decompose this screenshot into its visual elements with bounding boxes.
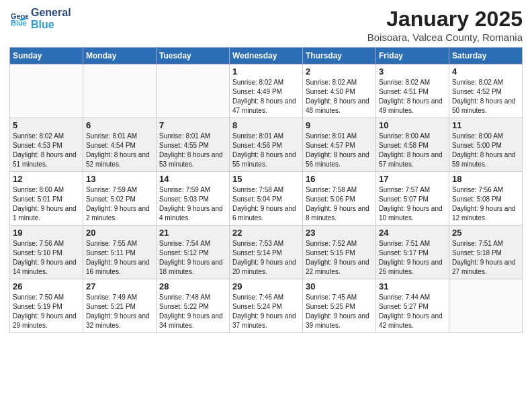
day-cell: 20Sunrise: 7:55 AM Sunset: 5:11 PM Dayli…: [83, 226, 157, 279]
svg-text:Blue: Blue: [11, 19, 27, 27]
day-number: 15: [232, 174, 300, 184]
day-cell: 31Sunrise: 7:44 AM Sunset: 5:27 PM Dayli…: [376, 279, 449, 333]
day-cell: 24Sunrise: 7:51 AM Sunset: 5:17 PM Dayli…: [376, 226, 449, 279]
month-title: January 2025: [367, 7, 523, 32]
day-info: Sunrise: 7:56 AM Sunset: 5:08 PM Dayligh…: [452, 185, 519, 223]
day-cell: [449, 279, 523, 333]
location-title: Boisoara, Valcea County, Romania: [367, 32, 523, 43]
day-info: Sunrise: 7:51 AM Sunset: 5:17 PM Dayligh…: [379, 239, 446, 277]
day-cell: 26Sunrise: 7:50 AM Sunset: 5:19 PM Dayli…: [10, 279, 83, 333]
header-tuesday: Tuesday: [157, 48, 230, 64]
day-cell: 6Sunrise: 8:01 AM Sunset: 4:54 PM Daylig…: [83, 118, 157, 172]
week-row-2: 12Sunrise: 8:00 AM Sunset: 5:01 PM Dayli…: [10, 172, 523, 226]
day-number: 20: [86, 228, 153, 238]
logo-line1: General: [31, 7, 71, 19]
day-cell: 28Sunrise: 7:48 AM Sunset: 5:22 PM Dayli…: [157, 279, 230, 333]
day-cell: 29Sunrise: 7:46 AM Sunset: 5:24 PM Dayli…: [230, 279, 303, 333]
day-info: Sunrise: 8:02 AM Sunset: 4:52 PM Dayligh…: [452, 78, 519, 116]
day-info: Sunrise: 8:01 AM Sunset: 4:57 PM Dayligh…: [306, 132, 373, 169]
day-info: Sunrise: 8:01 AM Sunset: 4:54 PM Dayligh…: [86, 132, 153, 169]
day-number: 21: [159, 228, 226, 238]
day-info: Sunrise: 7:45 AM Sunset: 5:25 PM Dayligh…: [306, 293, 373, 330]
day-info: Sunrise: 8:01 AM Sunset: 4:55 PM Dayligh…: [159, 132, 226, 169]
day-info: Sunrise: 7:49 AM Sunset: 5:21 PM Dayligh…: [86, 293, 153, 330]
header-monday: Monday: [83, 48, 157, 64]
day-cell: 2Sunrise: 8:02 AM Sunset: 4:50 PM Daylig…: [303, 64, 376, 118]
day-cell: 27Sunrise: 7:49 AM Sunset: 5:21 PM Dayli…: [83, 279, 157, 333]
day-number: 29: [232, 281, 300, 291]
day-info: Sunrise: 7:52 AM Sunset: 5:15 PM Dayligh…: [306, 239, 373, 277]
day-info: Sunrise: 7:50 AM Sunset: 5:19 PM Dayligh…: [13, 293, 80, 330]
title-area: January 2025 Boisoara, Valcea County, Ro…: [367, 7, 523, 43]
day-number: 6: [86, 120, 153, 130]
day-number: 14: [159, 174, 226, 184]
header-saturday: Saturday: [449, 48, 523, 64]
day-info: Sunrise: 7:59 AM Sunset: 5:03 PM Dayligh…: [159, 185, 226, 223]
day-number: 28: [159, 281, 226, 291]
day-cell: 16Sunrise: 7:58 AM Sunset: 5:06 PM Dayli…: [303, 172, 376, 226]
day-number: 27: [86, 281, 153, 291]
day-info: Sunrise: 8:02 AM Sunset: 4:49 PM Dayligh…: [232, 78, 300, 116]
day-number: 11: [452, 120, 519, 130]
day-number: 5: [13, 120, 80, 130]
day-info: Sunrise: 7:55 AM Sunset: 5:11 PM Dayligh…: [86, 239, 153, 277]
calendar-table: SundayMondayTuesdayWednesdayThursdayFrid…: [9, 47, 523, 333]
day-number: 30: [306, 281, 373, 291]
day-cell: 3Sunrise: 8:02 AM Sunset: 4:51 PM Daylig…: [376, 64, 449, 118]
day-cell: [157, 64, 230, 118]
week-row-1: 5Sunrise: 8:02 AM Sunset: 4:53 PM Daylig…: [10, 118, 523, 172]
day-cell: 5Sunrise: 8:02 AM Sunset: 4:53 PM Daylig…: [10, 118, 83, 172]
week-row-0: 1Sunrise: 8:02 AM Sunset: 4:49 PM Daylig…: [10, 64, 523, 118]
day-cell: 8Sunrise: 8:01 AM Sunset: 4:56 PM Daylig…: [230, 118, 303, 172]
day-number: 16: [306, 174, 373, 184]
day-cell: 14Sunrise: 7:59 AM Sunset: 5:03 PM Dayli…: [157, 172, 230, 226]
day-info: Sunrise: 7:54 AM Sunset: 5:12 PM Dayligh…: [159, 239, 226, 277]
day-info: Sunrise: 7:58 AM Sunset: 5:06 PM Dayligh…: [306, 185, 373, 223]
day-cell: 15Sunrise: 7:58 AM Sunset: 5:04 PM Dayli…: [230, 172, 303, 226]
header-sunday: Sunday: [10, 48, 83, 64]
day-number: 10: [379, 120, 446, 130]
day-number: 4: [452, 66, 519, 77]
day-number: 2: [306, 66, 373, 77]
day-cell: 25Sunrise: 7:51 AM Sunset: 5:18 PM Dayli…: [449, 226, 523, 279]
day-info: Sunrise: 8:00 AM Sunset: 5:00 PM Dayligh…: [452, 132, 519, 169]
day-number: 31: [379, 281, 446, 291]
day-number: 18: [452, 174, 519, 184]
logo-icon: General Blue: [9, 9, 28, 28]
day-info: Sunrise: 7:56 AM Sunset: 5:10 PM Dayligh…: [13, 239, 80, 277]
day-number: 24: [379, 228, 446, 238]
day-cell: 10Sunrise: 8:00 AM Sunset: 4:58 PM Dayli…: [376, 118, 449, 172]
day-number: 7: [159, 120, 226, 130]
day-cell: 19Sunrise: 7:56 AM Sunset: 5:10 PM Dayli…: [10, 226, 83, 279]
day-number: 22: [232, 228, 300, 238]
day-number: 25: [452, 228, 519, 238]
day-info: Sunrise: 7:44 AM Sunset: 5:27 PM Dayligh…: [379, 293, 446, 330]
day-info: Sunrise: 7:48 AM Sunset: 5:22 PM Dayligh…: [159, 293, 226, 330]
day-info: Sunrise: 7:58 AM Sunset: 5:04 PM Dayligh…: [232, 185, 300, 223]
logo-line2: Blue: [31, 19, 71, 31]
day-number: 9: [306, 120, 373, 130]
header-thursday: Thursday: [303, 48, 376, 64]
day-cell: 17Sunrise: 7:57 AM Sunset: 5:07 PM Dayli…: [376, 172, 449, 226]
day-cell: 7Sunrise: 8:01 AM Sunset: 4:55 PM Daylig…: [157, 118, 230, 172]
day-info: Sunrise: 8:00 AM Sunset: 5:01 PM Dayligh…: [13, 185, 80, 223]
logo: General Blue General Blue: [9, 7, 71, 30]
day-number: 19: [13, 228, 80, 238]
day-cell: 13Sunrise: 7:59 AM Sunset: 5:02 PM Dayli…: [83, 172, 157, 226]
header-friday: Friday: [376, 48, 449, 64]
day-number: 13: [86, 174, 153, 184]
day-info: Sunrise: 8:02 AM Sunset: 4:50 PM Dayligh…: [306, 78, 373, 116]
day-cell: 11Sunrise: 8:00 AM Sunset: 5:00 PM Dayli…: [449, 118, 523, 172]
header: General Blue General Blue January 2025 B…: [9, 7, 523, 43]
week-row-4: 26Sunrise: 7:50 AM Sunset: 5:19 PM Dayli…: [10, 279, 523, 333]
day-cell: 23Sunrise: 7:52 AM Sunset: 5:15 PM Dayli…: [303, 226, 376, 279]
day-cell: 12Sunrise: 8:00 AM Sunset: 5:01 PM Dayli…: [10, 172, 83, 226]
day-cell: 21Sunrise: 7:54 AM Sunset: 5:12 PM Dayli…: [157, 226, 230, 279]
day-cell: [10, 64, 83, 118]
header-row: SundayMondayTuesdayWednesdayThursdayFrid…: [10, 48, 523, 64]
day-number: 8: [232, 120, 300, 130]
day-number: 23: [306, 228, 373, 238]
day-info: Sunrise: 7:46 AM Sunset: 5:24 PM Dayligh…: [232, 293, 300, 330]
day-info: Sunrise: 8:01 AM Sunset: 4:56 PM Dayligh…: [232, 132, 300, 169]
day-cell: 1Sunrise: 8:02 AM Sunset: 4:49 PM Daylig…: [230, 64, 303, 118]
